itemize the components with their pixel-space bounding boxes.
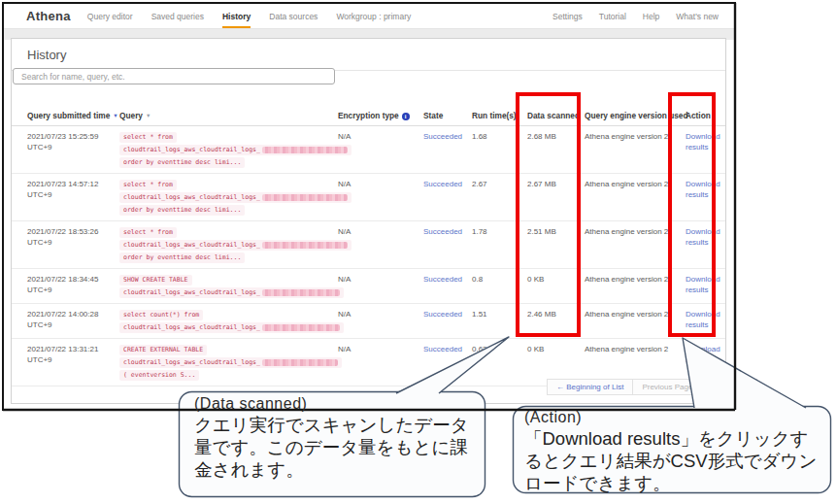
query-code-chip: order by eventtime desc limi... [119, 205, 245, 216]
col-header-encryption-type: Encryption typei [338, 111, 423, 120]
timezone: UTC+9 [27, 285, 114, 295]
redacted-blur [262, 147, 348, 153]
nav-link-help[interactable]: Help [643, 12, 659, 21]
query-text: SHOW CREATE TABLEcloudtrail_logs_aws_clo… [119, 274, 338, 299]
action-callout: (Action) 「Download results」をクリックす るとクエリ結… [524, 409, 827, 494]
state-cell: Succeeded [423, 309, 472, 334]
sort-arrow-icon: ▼ [146, 113, 151, 118]
submitted-time: 2021/07/23 15:25:59 [27, 131, 114, 142]
submitted-time: 2021/07/22 13:31:21 [27, 344, 114, 354]
download-results-link[interactable]: Download results [686, 345, 720, 364]
col-header-label: Query [119, 111, 143, 120]
data-scanned-callout: (Data scanned) クエリ実行でスキャンしたデータ 量です。このデータ… [194, 395, 482, 481]
nav-links: SettingsTutorialHelpWhat's new [536, 12, 719, 21]
col-header-label: Encryption type [338, 111, 399, 120]
tab-history[interactable]: History [222, 4, 251, 29]
pagination-previous-page: Previous Page [632, 379, 702, 395]
state-cell: Succeeded [423, 344, 472, 382]
query-code-chip: ( eventversion S... [119, 370, 199, 381]
query-line: order by eventtime desc limi... [119, 252, 332, 263]
sort-arrow-icon: ▼ [113, 113, 117, 118]
query-submitted-time: 2021/07/23 15:25:59UTC+9 [27, 131, 119, 169]
query-submitted-time: 2021/07/22 18:53:26UTC+9 [27, 226, 119, 264]
col-header-label: Run time(s) [472, 111, 517, 120]
col-header-query-submitted-time[interactable]: Query submitted time▼ [27, 111, 119, 120]
state-link[interactable]: Succeeded [423, 310, 462, 319]
pagination: ← Beginning of ListPrevious PageNext Pag… [548, 379, 757, 395]
history-panel: History Query submitted time▼Query▼Encry… [11, 38, 726, 404]
state-link[interactable]: Succeeded [423, 180, 462, 188]
timezone: UTC+9 [27, 319, 114, 330]
query-line: cloudtrail_logs_aws_cloudtrail_logs_ [119, 321, 332, 333]
query-text: CREATE EXTERNAL TABLEcloudtrail_logs_aws… [119, 344, 338, 382]
redacted-blur [262, 194, 348, 201]
submitted-time: 2021/07/22 18:34:45 [27, 274, 114, 285]
query-code-chip: cloudtrail_logs_aws_cloudtrail_logs_ [119, 322, 344, 333]
col-header-state: State [423, 111, 472, 120]
query-text: select count(*) fromcloudtrail_logs_aws_… [119, 309, 338, 334]
query-line: select * from [119, 131, 332, 143]
state-link[interactable]: Succeeded [423, 227, 462, 236]
query-code-chip: select count(*) from [119, 310, 203, 320]
table-row: 2021/07/22 14:00:28UTC+9select count(*) … [12, 304, 725, 339]
state-cell: Succeeded [423, 179, 472, 217]
query-submitted-time: 2021/07/22 13:31:21UTC+9 [27, 344, 119, 382]
table-row: 2021/07/22 18:34:45UTC+9SHOW CREATE TABL… [12, 269, 725, 304]
encryption-type: N/A [338, 179, 423, 217]
query-submitted-time: 2021/07/22 14:00:28UTC+9 [27, 309, 119, 334]
pagination-beginning-of-list[interactable]: ← Beginning of List [547, 379, 633, 395]
col-header-label: Query submitted time [27, 111, 110, 120]
submitted-time: 2021/07/23 14:57:12 [27, 179, 114, 189]
query-submitted-time: 2021/07/22 18:34:45UTC+9 [27, 274, 119, 299]
data-scanned-highlight-box [516, 92, 581, 337]
query-line: cloudtrail_logs_aws_cloudtrail_logs_ [119, 239, 332, 251]
query-code-chip: SHOW CREATE TABLE [119, 275, 192, 286]
query-line: cloudtrail_logs_aws_cloudtrail_logs_ [119, 144, 332, 155]
query-line: SHOW CREATE TABLE [119, 274, 332, 286]
tab-data-sources[interactable]: Data sources [269, 4, 318, 29]
table-row: 2021/07/23 15:25:59UTC+9select * fromclo… [12, 126, 725, 174]
state-link[interactable]: Succeeded [423, 132, 462, 141]
query-code-chip: cloudtrail_logs_aws_cloudtrail_logs_ [119, 145, 352, 155]
query-code-chip: cloudtrail_logs_aws_cloudtrail_logs_ [119, 357, 342, 368]
pagination-next-page: Next Page [701, 379, 756, 395]
query-code-chip: order by eventtime desc limi... [119, 252, 245, 263]
nav-link-settings[interactable]: Settings [552, 12, 583, 21]
annotated-screenshot: Athena Query editorSaved queriesHistoryD… [0, 0, 837, 504]
query-line: select count(*) from [119, 309, 332, 320]
callout-body: 「Download results」をクリックす るとクエリ結果がCSV形式でダ… [524, 427, 827, 494]
info-icon[interactable]: i [402, 113, 410, 120]
query-line: select * from [119, 226, 332, 238]
redacted-blur [262, 359, 338, 366]
state-link[interactable]: Succeeded [423, 275, 462, 284]
nav-tabs: Query editorSaved queriesHistoryData sou… [87, 4, 429, 29]
state-link[interactable]: Succeeded [423, 345, 462, 353]
query-line: cloudtrail_logs_aws_cloudtrail_logs_ [119, 286, 332, 298]
search-input[interactable] [13, 68, 335, 84]
query-line: ( eventversion S... [119, 369, 332, 381]
encryption-type: N/A [338, 131, 423, 169]
col-header-query[interactable]: Query▼ [119, 111, 338, 120]
query-code-chip: CREATE EXTERNAL TABLE [119, 345, 207, 355]
run-time: 0.62 [472, 344, 527, 382]
query-line: select * from [119, 179, 332, 190]
tab-saved-queries[interactable]: Saved queries [151, 4, 204, 29]
tab-workgroup-primary[interactable]: Workgroup : primary [336, 4, 411, 29]
query-code-chip: select * from [119, 180, 177, 190]
table-row: 2021/07/22 18:53:26UTC+9select * fromclo… [12, 221, 725, 269]
callout-title: (Action) [524, 409, 827, 426]
query-text: select * fromcloudtrail_logs_aws_cloudtr… [119, 131, 338, 169]
action-highlight-box [668, 92, 716, 337]
timezone: UTC+9 [27, 237, 114, 248]
tab-query-editor[interactable]: Query editor [87, 4, 133, 29]
nav-link-tutorial[interactable]: Tutorial [599, 12, 626, 21]
query-code-chip: select * from [119, 132, 177, 143]
action-cell: Download results [686, 344, 726, 382]
callout-body: クエリ実行でスキャンしたデータ 量です。このデータ量をもとに課 金されます。 [194, 414, 482, 481]
athena-console-window: Athena Query editorSaved queriesHistoryD… [2, 2, 736, 411]
nav-link-what-s-new[interactable]: What's new [676, 12, 719, 21]
col-header-label: State [423, 111, 443, 120]
redacted-blur [262, 242, 348, 249]
top-navigation: Athena Query editorSaved queriesHistoryD… [4, 4, 734, 29]
encryption-type: N/A [338, 274, 423, 299]
